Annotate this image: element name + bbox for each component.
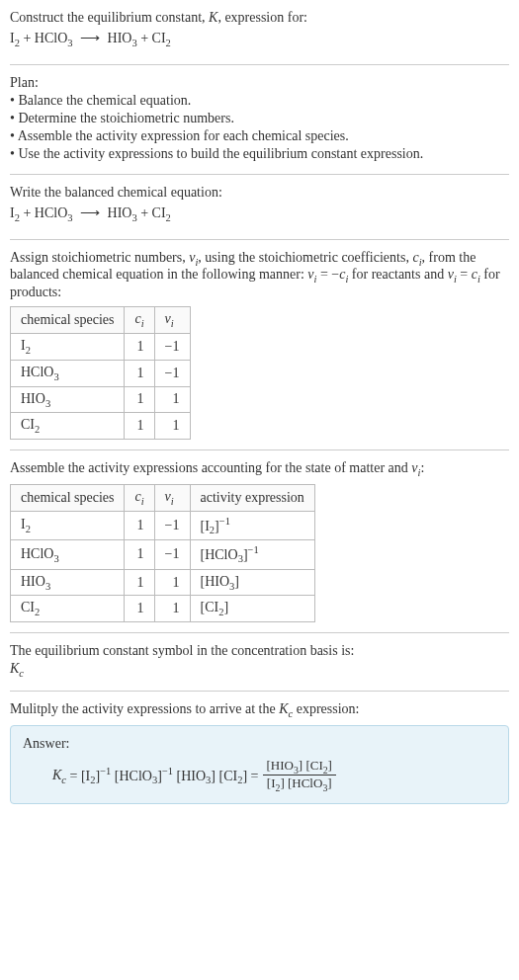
col-c: ci (125, 307, 154, 334)
cell-v: −1 (154, 511, 190, 539)
answer-fraction: [HIO3] [CI2] [I2] [HClO3] (263, 758, 336, 793)
cell-c: 1 (125, 569, 154, 596)
activity-lead: Assemble the activity expressions accoun… (10, 460, 509, 478)
plan-item: • Determine the stoichiometric numbers. (10, 111, 509, 126)
table-row: HClO31−1[HClO3]−1 (11, 540, 315, 569)
balanced-lead: Write the balanced chemical equation: (10, 185, 509, 201)
assign-text: Assign stoichiometric numbers, νi, using… (10, 250, 509, 301)
answer-box: Answer: Kc = [I2]−1 [HClO3]−1 [HIO3] [CI… (10, 725, 509, 804)
cell-v: −1 (154, 360, 190, 386)
prompt-K: K (209, 10, 217, 25)
stoich-table-1: chemical species ci νi I21−1HClO31−1HIO3… (10, 306, 191, 440)
balanced-section: Write the balanced chemical equation: I2… (10, 185, 509, 240)
cell-c: 1 (125, 386, 154, 413)
cell-c: 1 (125, 360, 154, 386)
plan-item: • Assemble the activity expression for e… (10, 128, 509, 144)
cell-c: 1 (125, 413, 154, 440)
cell-c: 1 (125, 333, 154, 360)
cell-species: HClO3 (11, 360, 125, 386)
table-row: CI211 (11, 413, 191, 440)
symbol-value: Kc (10, 661, 509, 679)
table-row: CI211[CI2] (11, 596, 315, 622)
table-row: HClO31−1 (11, 360, 191, 386)
col-v: νi (154, 307, 190, 334)
col-species: chemical species (11, 307, 125, 334)
plan-section: Plan: • Balance the chemical equation.• … (10, 75, 509, 175)
cell-c: 1 (125, 540, 154, 569)
prompt-lead: Construct the equilibrium constant, (10, 10, 209, 25)
cell-v: 1 (154, 413, 190, 440)
cell-species: HIO3 (11, 569, 125, 596)
activity-section: Assemble the activity expressions accoun… (10, 460, 509, 633)
cell-species: I2 (11, 511, 125, 539)
cell-v: 1 (154, 386, 190, 413)
col-activity: activity expression (190, 484, 314, 511)
prompt-section: Construct the equilibrium constant, K, e… (10, 10, 509, 65)
cell-v: 1 (154, 596, 190, 622)
symbol-lead: The equilibrium constant symbol in the c… (10, 643, 509, 659)
prompt-line: Construct the equilibrium constant, K, e… (10, 10, 509, 26)
cell-v: −1 (154, 540, 190, 569)
cell-v: −1 (154, 333, 190, 360)
symbol-section: The equilibrium constant symbol in the c… (10, 643, 509, 692)
prompt-equation: I2 + HClO3 ⟶ HIO3 + CI2 (10, 30, 509, 48)
assign-section: Assign stoichiometric numbers, νi, using… (10, 250, 509, 451)
cell-species: HClO3 (11, 540, 125, 569)
cell-c: 1 (125, 511, 154, 539)
table-row: HIO311 (11, 386, 191, 413)
answer-label: Answer: (23, 736, 496, 752)
fraction-numerator: [HIO3] [CI2] (263, 758, 336, 776)
answer-lhs: Kc = [I2]−1 [HClO3]−1 [HIO3] [CI2] = (52, 766, 259, 785)
plan-item: • Balance the chemical equation. (10, 93, 509, 109)
cell-activity: [HIO3] (190, 569, 314, 596)
multiply-lead: Mulitply the activity expressions to arr… (10, 701, 509, 719)
cell-species: CI2 (11, 596, 125, 622)
plan-item: • Use the activity expressions to build … (10, 146, 509, 162)
prompt-lead2: , expression for: (217, 10, 307, 25)
table-row: I21−1 (11, 333, 191, 360)
cell-activity: [I2]−1 (190, 511, 314, 539)
cell-species: HIO3 (11, 386, 125, 413)
fraction-denominator: [I2] [HClO3] (263, 775, 336, 793)
col-species: chemical species (11, 484, 125, 511)
cell-activity: [CI2] (190, 596, 314, 622)
cell-species: CI2 (11, 413, 125, 440)
col-v: νi (154, 484, 190, 511)
plan-list: • Balance the chemical equation.• Determ… (10, 93, 509, 162)
table-row: HIO311[HIO3] (11, 569, 315, 596)
table-row: I21−1[I2]−1 (11, 511, 315, 539)
cell-species: I2 (11, 333, 125, 360)
col-c: ci (125, 484, 154, 511)
plan-title: Plan: (10, 75, 509, 91)
stoich-table-2: chemical species ci νi activity expressi… (10, 484, 315, 622)
multiply-section: Mulitply the activity expressions to arr… (10, 701, 509, 804)
cell-c: 1 (125, 596, 154, 622)
answer-expression: Kc = [I2]−1 [HClO3]−1 [HIO3] [CI2] = [HI… (23, 758, 496, 793)
cell-activity: [HClO3]−1 (190, 540, 314, 569)
balanced-equation: I2 + HClO3 ⟶ HIO3 + CI2 (10, 204, 509, 223)
cell-v: 1 (154, 569, 190, 596)
